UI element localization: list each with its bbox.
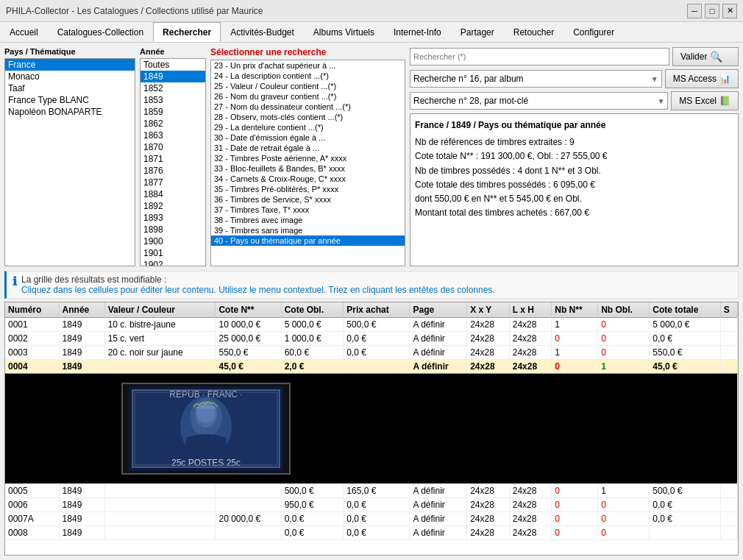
annee-item-1849[interactable]: 1849 (141, 71, 205, 82)
table-row[interactable]: 0001184910 c. bistre-jaune10 000,0 €5 00… (5, 318, 738, 332)
table-row[interactable]: 0007A184920 000,0 €0,0 €0,0 €A définir24… (5, 512, 738, 526)
search-item-28[interactable]: 28 - Observ, mots-clés contient ...(*) (211, 112, 405, 122)
search-item-25[interactable]: 25 - Valeur / Couleur contient ...(*) (211, 81, 405, 91)
annee-item-1892[interactable]: 1892 (141, 200, 205, 212)
search-item-32[interactable]: 32 - Timbres Poste aérienne, A* xxxx (211, 153, 405, 163)
table-col-cote_obl[interactable]: Cote Obl. (281, 302, 344, 318)
minimize-button[interactable]: ─ (687, 4, 702, 18)
table-col-l_x_h[interactable]: L x H (509, 302, 552, 318)
annee-item-1901[interactable]: 1901 (141, 247, 205, 259)
table-col-numro[interactable]: Numéro (5, 302, 59, 318)
table-col-cote_totale[interactable]: Cote totale (650, 302, 720, 318)
valider-button[interactable]: Valider 🔍 (672, 47, 739, 66)
annee-item-1853[interactable]: 1853 (141, 94, 205, 106)
annee-item-1902[interactable]: 1902 (141, 259, 205, 266)
table-row[interactable]: 00061849950,0 €0,0 €A définir24x2824x280… (5, 498, 738, 512)
ms-access-button[interactable]: MS Access 📊 (665, 69, 739, 88)
search-item-40[interactable]: 40 - Pays ou thématique par année (211, 235, 405, 246)
menu-item-retoucher[interactable]: Retoucher (504, 22, 564, 42)
table-row[interactable]: 0004184945,0 €2,0 €A définir24x2824x2801… (5, 360, 738, 374)
menu-item-albums[interactable]: Albums Virtuels (304, 22, 384, 42)
annee-item-1870[interactable]: 1870 (141, 141, 205, 153)
pays-label: Pays / Thématique (4, 47, 135, 56)
annee-item-1871[interactable]: 1871 (141, 153, 205, 165)
pays-item-france[interactable]: France (5, 59, 135, 71)
menu-item-configurer[interactable]: Configurer (564, 22, 624, 42)
search-item-34[interactable]: 34 - Carnets & Croix-Rouge, C* xxxx (211, 174, 405, 184)
info-line-5: Montant total des timbres achetés : 667,… (415, 206, 733, 220)
search-listbox[interactable]: 23 - Un prix d'achat supérieur à ...24 -… (210, 60, 405, 266)
search-item-39[interactable]: 39 - Timbres sans image (211, 225, 405, 235)
maximize-button[interactable]: □ (705, 4, 719, 18)
motcle-dropdown[interactable]: Recherche n° 28, par mot-clé ▼ (410, 92, 668, 110)
table-row[interactable]: 0002184915 c. vert25 000,0 €1 000,0 €0,0… (5, 332, 738, 346)
pays-item-monaco[interactable]: Monaco (5, 71, 135, 82)
search-item-38[interactable]: 38 - Timbres avec image (211, 215, 405, 225)
annee-item-1884[interactable]: 1884 (141, 188, 205, 200)
search-item-36[interactable]: 36 - Timbres de Service, S* xxxx (211, 194, 405, 205)
table-cell: 1849 (59, 360, 104, 374)
table-cell: 45,0 € (216, 360, 281, 374)
annee-listbox[interactable]: Toutes1849185218531859186218631870187118… (140, 58, 206, 266)
search-item-31[interactable]: 31 - Date de retrait égale à ... (211, 143, 405, 153)
search-item-27[interactable]: 27 - Nom du dessinateur contient ...(*) (211, 102, 405, 112)
annee-item-1863[interactable]: 1863 (141, 130, 205, 141)
table-cell-cotetot: 5 000,0 € (650, 318, 720, 332)
pays-item-france-blanc[interactable]: France Type BLANC (5, 94, 135, 106)
menu-item-internet[interactable]: Internet-Info (384, 22, 451, 42)
excel-icon: 📗 (719, 96, 730, 106)
search-item-35[interactable]: 35 - Timbres Pré-oblitérés, P* xxxx (211, 184, 405, 194)
menu-item-catalogues[interactable]: Catalogues-Collection (48, 22, 153, 42)
results-table-container[interactable]: NuméroAnnéeValeur / CouleurCote N**Cote … (4, 302, 739, 556)
info-box-title: France / 1849 / Pays ou thématique par a… (415, 118, 733, 132)
table-cell (216, 484, 281, 498)
menu-item-accueil[interactable]: Accueil (0, 22, 48, 42)
menu-item-partager[interactable]: Partager (451, 22, 504, 42)
table-row[interactable]: 00051849500,0 €165,0 €A définir24x2824x2… (5, 484, 738, 498)
search-item-29[interactable]: 29 - La dentelure contient ...(*) (211, 122, 405, 132)
album-dropdown[interactable]: Recherche n° 16, par album ▼ (410, 70, 662, 88)
close-button[interactable]: ✕ (722, 4, 737, 18)
table-body: 0001184910 c. bistre-jaune10 000,0 €5 00… (5, 318, 738, 540)
right-section: Valider 🔍 Recherche n° 16, par album ▼ M… (410, 47, 739, 266)
pays-listbox[interactable]: FranceMonacoTaafFrance Type BLANCNapoléo… (4, 58, 135, 266)
table-col-s[interactable]: S (720, 302, 737, 318)
ms-excel-button[interactable]: MS Excel 📗 (671, 91, 739, 110)
annee-item-1898[interactable]: 1898 (141, 224, 205, 235)
menu-item-activites[interactable]: Activités-Budget (221, 22, 304, 42)
search-item-30[interactable]: 30 - Date d'émission égale à ... (211, 132, 405, 143)
table-cell-nbnss: 0 (552, 360, 598, 374)
pays-item-napoleon[interactable]: Napoléon BONAPARTE (5, 106, 135, 118)
search-item-24[interactable]: 24 - La description contient ...(*) (211, 71, 405, 81)
annee-item-1877[interactable]: 1877 (141, 177, 205, 188)
search-item-37[interactable]: 37 - Timbres Taxe, T* xxxx (211, 205, 405, 215)
table-cell: 24x28 (509, 318, 552, 332)
table-cell-s (720, 498, 737, 512)
table-col-page[interactable]: Page (410, 302, 467, 318)
annee-item-1876[interactable]: 1876 (141, 165, 205, 177)
titlebar: PHILA-Collector - Les Catalogues / Colle… (0, 0, 743, 22)
annee-item-1893[interactable]: 1893 (141, 212, 205, 224)
annee-item-1859[interactable]: 1859 (141, 106, 205, 118)
table-cell: 0008 (5, 526, 59, 540)
pays-item-taaf[interactable]: Taaf (5, 82, 135, 94)
table-col-cote_n[interactable]: Cote N** (216, 302, 281, 318)
annee-item-toutes[interactable]: Toutes (141, 59, 205, 71)
table-col-x_x_y[interactable]: X x Y (467, 302, 510, 318)
search-item-23[interactable]: 23 - Un prix d'achat supérieur à ... (211, 60, 405, 71)
table-cell-s (720, 512, 737, 526)
search-item-26[interactable]: 26 - Nom du graveur contient ...(*) (211, 91, 405, 102)
search-item-33[interactable]: 33 - Bloc-feuillets & Bandes, B* xxxx (211, 163, 405, 174)
table-col-valeur__couleur[interactable]: Valeur / Couleur (104, 302, 216, 318)
table-col-prix_achat[interactable]: Prix achat (344, 302, 410, 318)
menu-item-rechercher[interactable]: Rechercher (153, 22, 221, 42)
annee-item-1862[interactable]: 1862 (141, 118, 205, 130)
table-col-nb_obl[interactable]: Nb Obl. (598, 302, 650, 318)
table-col-nb_n[interactable]: Nb N** (552, 302, 598, 318)
table-row[interactable]: 000818490,0 €0,0 €A définir24x2824x2800 (5, 526, 738, 540)
annee-item-1852[interactable]: 1852 (141, 82, 205, 94)
table-col-anne[interactable]: Année (59, 302, 104, 318)
annee-item-1900[interactable]: 1900 (141, 235, 205, 247)
search-input[interactable] (410, 48, 669, 65)
table-row[interactable]: 0003184920 c. noir sur jaune550,0 €60,0 … (5, 346, 738, 360)
